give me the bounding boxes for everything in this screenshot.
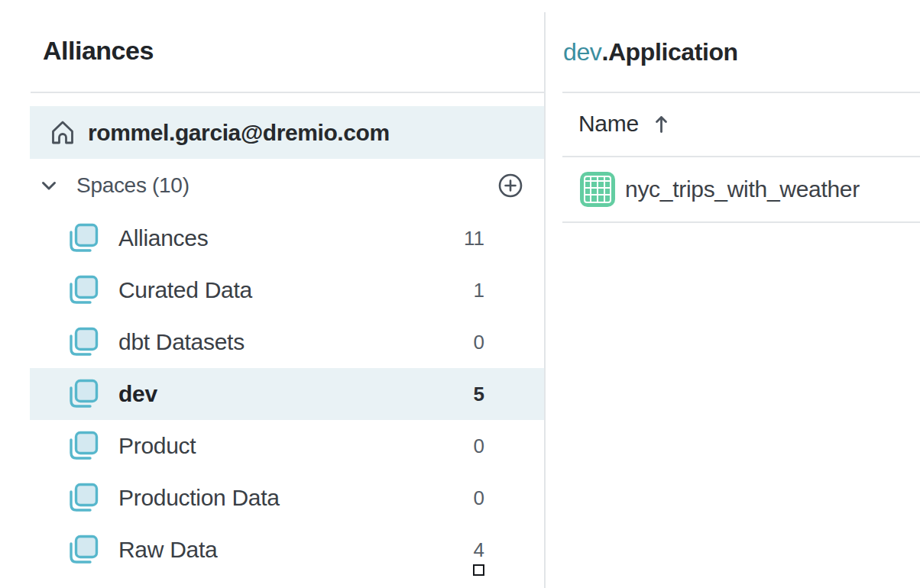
space-dataset-count: 0 — [474, 435, 484, 458]
space-icon — [67, 482, 99, 514]
space-icon — [67, 534, 99, 566]
space-dataset-count: 4 — [474, 538, 484, 562]
right-panel-header-divider — [562, 92, 920, 93]
space-icon — [67, 378, 99, 410]
breadcrumb-space-link[interactable]: dev — [563, 38, 601, 66]
space-item-dev[interactable]: dev 5 — [30, 368, 545, 420]
space-icon — [67, 430, 99, 462]
home-catalog-item[interactable]: rommel.garcia@dremio.com — [30, 106, 545, 159]
spaces-section-label: Spaces (10) — [76, 173, 498, 198]
space-dataset-count: 0 — [474, 486, 484, 510]
page-title: Alliances — [43, 35, 532, 66]
space-dataset-count: 5 — [474, 383, 484, 406]
space-dataset-count: 1 — [474, 279, 484, 302]
space-item-dbt-datasets[interactable]: dbt Datasets 0 — [30, 316, 545, 368]
breadcrumb-entity: .Application — [601, 38, 737, 66]
dataset-name: nyc_trips_with_weather — [625, 176, 860, 202]
table-column-header-name[interactable]: Name — [578, 105, 668, 142]
space-dataset-count: 0 — [474, 331, 484, 354]
spaces-section-header: Spaces (10) — [30, 159, 545, 212]
add-space-button[interactable] — [498, 173, 523, 198]
space-icon — [67, 326, 99, 358]
space-name: dev — [118, 381, 474, 407]
space-name: Alliances — [118, 225, 464, 251]
chevron-down-icon[interactable] — [40, 176, 58, 195]
space-icon — [67, 222, 99, 254]
space-name: Raw Data — [118, 537, 474, 563]
space-icon — [67, 274, 99, 306]
space-item-product[interactable]: Product 0 — [30, 420, 545, 472]
table-row-divider — [562, 221, 920, 223]
dremio-catalog-screen: Alliances rommel.garcia@dremio.com Space… — [0, 0, 920, 588]
column-name-label: Name — [578, 111, 639, 137]
space-name: dbt Datasets — [118, 329, 474, 355]
space-name: Product — [118, 433, 474, 459]
breadcrumb: dev.Application — [563, 37, 738, 67]
space-item-alliances[interactable]: Alliances 11 — [30, 212, 545, 264]
home-icon — [48, 118, 77, 147]
user-email-label: rommel.garcia@dremio.com — [88, 120, 390, 146]
sort-ascending-icon — [655, 114, 668, 134]
panel-split-divider — [544, 12, 546, 588]
space-dataset-count: 11 — [464, 227, 484, 250]
space-name: Production Data — [118, 485, 474, 511]
space-item-production-data[interactable]: Production Data 0 — [30, 472, 545, 524]
space-item-curated-data[interactable]: Curated Data 1 — [30, 264, 545, 316]
stray-artifact-square — [473, 564, 484, 576]
space-item-raw-data[interactable]: Raw Data 4 — [30, 524, 545, 576]
space-name: Curated Data — [118, 277, 474, 303]
dataset-row-nyc-trips-with-weather[interactable]: nyc_trips_with_weather — [563, 157, 920, 221]
left-panel-divider — [31, 92, 544, 93]
dataset-table-icon — [580, 172, 615, 207]
